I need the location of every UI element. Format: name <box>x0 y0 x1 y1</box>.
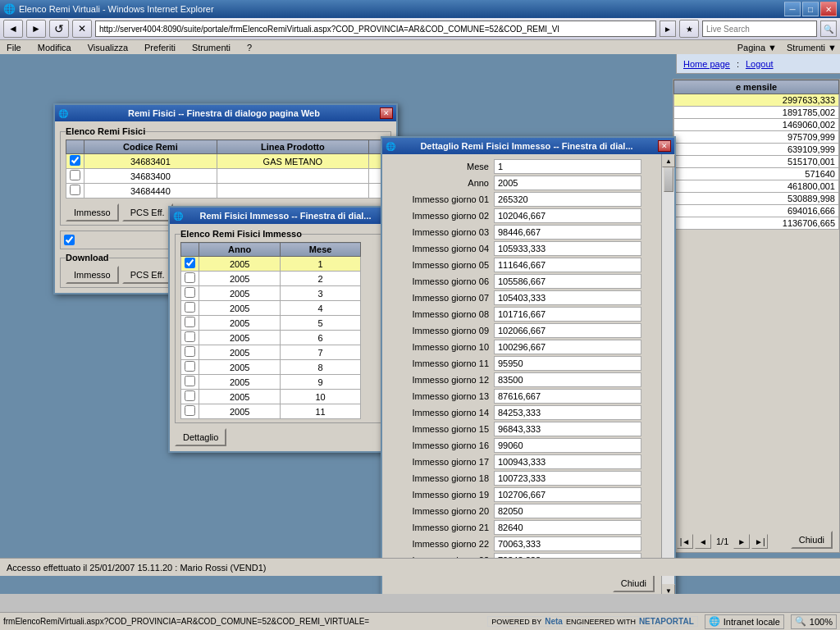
menu-preferiti[interactable]: Preferiti <box>141 42 179 53</box>
table-row: 639109,999 <box>674 144 839 156</box>
col-check <box>66 140 84 154</box>
mese-cell: 6 <box>281 331 361 345</box>
search-button[interactable]: 🔍 <box>820 21 837 37</box>
table-row: 461800,001 <box>674 180 839 193</box>
day-label-12: Immesso giorno 12 <box>387 375 494 385</box>
day-row-16: Immesso giorno 16 99060 <box>387 438 655 453</box>
day-row-21: Immesso giorno 21 82640 <box>387 520 655 535</box>
mese-cell: 8 <box>281 360 361 375</box>
search-input[interactable] <box>702 21 817 37</box>
day-value-7: 105403,333 <box>494 290 641 305</box>
menu-modifica[interactable]: Modifica <box>34 42 75 53</box>
prev-page-button[interactable]: ◄ <box>695 534 711 549</box>
scroll-up-button[interactable]: ▲ <box>662 154 675 167</box>
day-value-20: 82050 <box>494 504 641 518</box>
table-row: 2005 7 <box>181 345 361 360</box>
table-row: 2005 8 <box>181 360 361 375</box>
last-page-button[interactable]: ►| <box>751 534 768 549</box>
home-page-link[interactable]: Home page <box>683 59 730 69</box>
mese-cell: 10 <box>281 390 361 404</box>
day-value-4: 105933,333 <box>494 241 641 256</box>
scrollbar-vertical[interactable]: ▲ ▼ <box>661 154 674 594</box>
immesso-checkbox-11[interactable] <box>185 405 195 416</box>
scroll-down-button[interactable]: ▼ <box>662 584 675 594</box>
mese-cell: 3 <box>281 286 361 301</box>
dialog-remi-immesso-content: Elenco Remi Fisici Immesso Anno Mese <box>170 224 404 451</box>
dettaglio-button-area: Dettaglio <box>175 428 399 446</box>
dl-pcs-button[interactable]: PCS Eff. <box>122 266 173 284</box>
day-row-8: Immesso giorno 08 101716,667 <box>387 307 655 322</box>
download-legend: Download <box>66 253 109 262</box>
immesso-checkbox-9[interactable] <box>185 376 195 386</box>
stop-button[interactable]: ✕ <box>72 20 92 38</box>
zoom-value: 100% <box>810 617 833 627</box>
immesso-checkbox-3[interactable] <box>185 287 195 298</box>
immesso-checkbox-8[interactable] <box>185 361 195 372</box>
browser-title: Elenco Remi Virtuali - Windows Internet … <box>19 4 214 14</box>
day-value-2: 102046,667 <box>494 208 641 223</box>
menu-strumenti[interactable]: Strumenti <box>189 42 234 53</box>
nav-toolbar: ◄ ► ↺ ✕ ► ★ 🔍 <box>0 18 840 40</box>
mese-cell: 7 <box>281 345 361 360</box>
next-page-button[interactable]: ► <box>733 534 750 549</box>
menu-file[interactable]: File <box>3 42 25 53</box>
ie-tools-pagina[interactable]: Pagina ▼ <box>737 43 777 52</box>
immesso-checkbox-6[interactable] <box>185 331 195 342</box>
immesso-checkbox-10[interactable] <box>185 390 195 401</box>
immesso-checkbox-2[interactable] <box>185 272 195 283</box>
zone-text: Intranet locale <box>724 617 780 627</box>
mese-cell: 5 <box>281 316 361 331</box>
favorites-button[interactable]: ★ <box>679 20 699 38</box>
refresh-button[interactable]: ↺ <box>49 20 69 38</box>
immesso-checkbox-5[interactable] <box>185 317 195 327</box>
row-checkbox-1[interactable] <box>70 155 80 166</box>
anno-cell: 2005 <box>199 390 281 404</box>
anno-cell: 2005 <box>199 345 281 360</box>
dialog-remi-fisici-close[interactable]: ✕ <box>380 107 393 119</box>
dialog-dettaglio-close[interactable]: ✕ <box>658 140 671 152</box>
codice-cell: 34684440 <box>84 184 217 199</box>
day-label-16: Immesso giorno 16 <box>387 441 494 450</box>
back-button[interactable]: ◄ <box>3 20 23 38</box>
address-bar[interactable] <box>95 21 656 37</box>
immesso-checkbox-7[interactable] <box>185 346 195 357</box>
day-label-22: Immesso giorno 22 <box>387 539 494 549</box>
row-checkbox-2[interactable] <box>70 170 80 180</box>
row-checkbox-3[interactable] <box>70 185 80 195</box>
ie-tools-strumenti[interactable]: Strumenti ▼ <box>787 43 837 52</box>
logout-link[interactable]: Logout <box>746 59 774 69</box>
menu-help[interactable]: ? <box>244 42 255 53</box>
day-row-2: Immesso giorno 02 102046,667 <box>387 208 655 223</box>
dialog-remi-fisici-title: 🌐 Remi Fisici -- Finestra di dialogo pag… <box>55 105 396 121</box>
dl-immesso-button[interactable]: Immesso <box>66 266 119 284</box>
table-row: 34683400 <box>66 169 386 184</box>
scroll-thumb[interactable] <box>664 167 673 192</box>
access-status: Accesso effettuato il 25/01/2007 15.11.2… <box>7 563 267 573</box>
day-row-18: Immesso giorno 18 100723,333 <box>387 471 655 486</box>
table-row: 34683401 GAS METANO <box>66 154 386 169</box>
table-row: 1136706,665 <box>674 217 839 230</box>
immesso-checkbox-4[interactable] <box>185 302 195 313</box>
bg-checkbox[interactable] <box>64 235 75 245</box>
forward-button[interactable]: ► <box>26 20 46 38</box>
day-value-1: 265320 <box>494 192 641 207</box>
dettaglio-button[interactable]: Dettaglio <box>175 428 226 446</box>
table-row: 2997633,333 <box>674 94 839 107</box>
netaportal-logo: NETAPORTAL <box>639 617 694 626</box>
bg-chiudi-button[interactable]: Chiudi <box>791 531 833 549</box>
menu-visualizza[interactable]: Visualizza <box>84 42 131 53</box>
first-page-button[interactable]: |◄ <box>677 534 693 549</box>
remi-immesso-table: Anno Mese 2005 1 <box>180 242 361 419</box>
minimize-button[interactable]: ─ <box>784 2 801 16</box>
table-row: 2005 1 <box>181 257 361 272</box>
scroll-track <box>662 167 674 584</box>
dialog-dettaglio-title: 🌐 Dettaglio Remi Fisici Immesso -- Fines… <box>382 138 674 154</box>
immesso-button[interactable]: Immesso <box>66 203 119 221</box>
close-button[interactable]: ✕ <box>820 2 837 16</box>
maximize-button[interactable]: □ <box>802 2 819 16</box>
day-value-22: 70063,333 <box>494 536 641 551</box>
chiudi-button[interactable]: Chiudi <box>613 574 655 592</box>
immesso-checkbox-1[interactable] <box>185 258 195 268</box>
pcs-eff-button[interactable]: PCS Eff. <box>122 203 173 221</box>
go-button[interactable]: ► <box>660 21 676 37</box>
